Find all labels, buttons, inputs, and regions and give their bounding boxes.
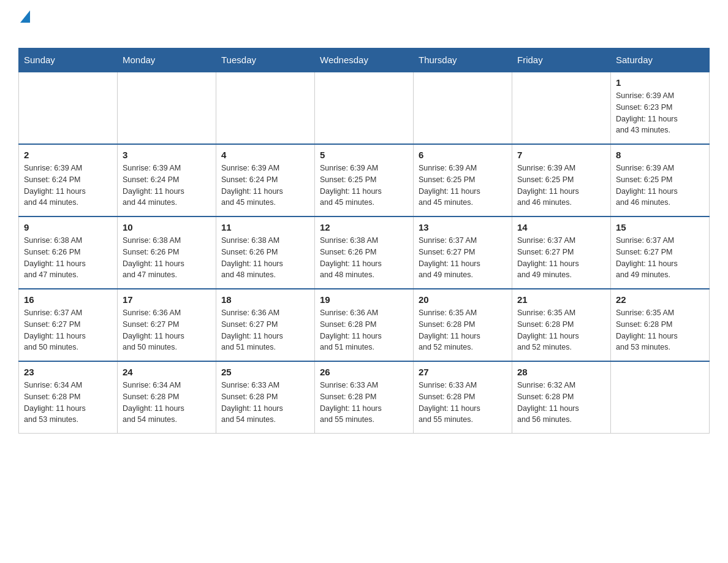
day-info: Sunrise: 6:35 AMSunset: 6:28 PMDaylight:…	[517, 307, 605, 353]
day-number: 5	[320, 150, 408, 160]
day-number: 7	[517, 150, 605, 160]
day-info: Sunrise: 6:37 AMSunset: 6:27 PMDaylight:…	[517, 235, 605, 281]
day-number: 16	[24, 294, 112, 305]
day-number: 2	[24, 150, 112, 160]
calendar-week-row: 9Sunrise: 6:38 AMSunset: 6:26 PMDaylight…	[19, 216, 710, 289]
calendar-day-cell: 6Sunrise: 6:39 AMSunset: 6:25 PMDaylight…	[414, 144, 512, 216]
calendar-day-cell: 10Sunrise: 6:38 AMSunset: 6:26 PMDayligh…	[118, 216, 216, 289]
column-header-monday: Monday	[118, 48, 216, 72]
day-info: Sunrise: 6:38 AMSunset: 6:26 PMDaylight:…	[24, 235, 112, 281]
day-info: Sunrise: 6:39 AMSunset: 6:24 PMDaylight:…	[221, 163, 309, 209]
day-number: 1	[616, 77, 704, 88]
day-number: 19	[320, 294, 408, 305]
calendar-day-cell: 23Sunrise: 6:34 AMSunset: 6:28 PMDayligh…	[19, 361, 118, 434]
day-number: 14	[517, 222, 605, 232]
calendar-day-cell: 20Sunrise: 6:35 AMSunset: 6:28 PMDayligh…	[414, 289, 512, 361]
day-info: Sunrise: 6:34 AMSunset: 6:28 PMDaylight:…	[24, 380, 112, 426]
day-number: 3	[123, 150, 211, 160]
calendar-day-cell: 12Sunrise: 6:38 AMSunset: 6:26 PMDayligh…	[315, 216, 414, 289]
day-info: Sunrise: 6:34 AMSunset: 6:28 PMDaylight:…	[123, 380, 211, 426]
calendar-day-cell: 17Sunrise: 6:36 AMSunset: 6:27 PMDayligh…	[118, 289, 216, 361]
calendar-week-row: 2Sunrise: 6:39 AMSunset: 6:24 PMDaylight…	[19, 144, 710, 216]
day-number: 18	[221, 294, 309, 305]
column-header-wednesday: Wednesday	[315, 48, 414, 72]
day-number: 13	[419, 222, 507, 232]
calendar-day-cell: 7Sunrise: 6:39 AMSunset: 6:25 PMDaylight…	[512, 144, 611, 216]
column-header-sunday: Sunday	[19, 48, 118, 72]
day-number: 4	[221, 150, 309, 160]
calendar-day-cell: 2Sunrise: 6:39 AMSunset: 6:24 PMDaylight…	[19, 144, 118, 216]
day-number: 21	[517, 294, 605, 305]
calendar-day-cell: 22Sunrise: 6:35 AMSunset: 6:28 PMDayligh…	[611, 289, 710, 361]
calendar-week-row: 1Sunrise: 6:39 AMSunset: 6:23 PMDaylight…	[19, 72, 710, 144]
day-number: 12	[320, 222, 408, 232]
calendar-header-row: SundayMondayTuesdayWednesdayThursdayFrid…	[19, 48, 710, 72]
calendar-day-cell: 5Sunrise: 6:39 AMSunset: 6:25 PMDaylight…	[315, 144, 414, 216]
logo	[18, 12, 30, 42]
day-info: Sunrise: 6:35 AMSunset: 6:28 PMDaylight:…	[419, 307, 507, 353]
calendar-day-cell: 4Sunrise: 6:39 AMSunset: 6:24 PMDaylight…	[216, 144, 315, 216]
calendar-day-cell: 15Sunrise: 6:37 AMSunset: 6:27 PMDayligh…	[611, 216, 710, 289]
calendar-day-cell: 16Sunrise: 6:37 AMSunset: 6:27 PMDayligh…	[19, 289, 118, 361]
calendar-day-cell	[19, 72, 118, 144]
day-info: Sunrise: 6:39 AMSunset: 6:25 PMDaylight:…	[517, 163, 605, 209]
day-info: Sunrise: 6:33 AMSunset: 6:28 PMDaylight:…	[320, 380, 408, 426]
day-number: 28	[517, 367, 605, 377]
column-header-tuesday: Tuesday	[216, 48, 315, 72]
day-info: Sunrise: 6:36 AMSunset: 6:27 PMDaylight:…	[123, 307, 211, 353]
calendar-week-row: 16Sunrise: 6:37 AMSunset: 6:27 PMDayligh…	[19, 289, 710, 361]
day-info: Sunrise: 6:38 AMSunset: 6:26 PMDaylight:…	[123, 235, 211, 281]
day-info: Sunrise: 6:38 AMSunset: 6:26 PMDaylight:…	[320, 235, 408, 281]
day-number: 11	[221, 222, 309, 232]
day-info: Sunrise: 6:36 AMSunset: 6:28 PMDaylight:…	[320, 307, 408, 353]
day-number: 20	[419, 294, 507, 305]
day-info: Sunrise: 6:39 AMSunset: 6:24 PMDaylight:…	[24, 163, 112, 209]
day-info: Sunrise: 6:39 AMSunset: 6:25 PMDaylight:…	[320, 163, 408, 209]
calendar-day-cell: 9Sunrise: 6:38 AMSunset: 6:26 PMDaylight…	[19, 216, 118, 289]
day-number: 25	[221, 367, 309, 377]
calendar-day-cell: 25Sunrise: 6:33 AMSunset: 6:28 PMDayligh…	[216, 361, 315, 434]
day-number: 15	[616, 222, 704, 232]
calendar-day-cell: 1Sunrise: 6:39 AMSunset: 6:23 PMDaylight…	[611, 72, 710, 144]
calendar-day-cell	[315, 72, 414, 144]
day-info: Sunrise: 6:33 AMSunset: 6:28 PMDaylight:…	[419, 380, 507, 426]
day-number: 10	[123, 222, 211, 232]
calendar-day-cell: 3Sunrise: 6:39 AMSunset: 6:24 PMDaylight…	[118, 144, 216, 216]
day-info: Sunrise: 6:39 AMSunset: 6:25 PMDaylight:…	[616, 163, 704, 209]
day-info: Sunrise: 6:36 AMSunset: 6:27 PMDaylight:…	[221, 307, 309, 353]
day-number: 22	[616, 294, 704, 305]
day-number: 26	[320, 367, 408, 377]
column-header-saturday: Saturday	[611, 48, 710, 72]
day-info: Sunrise: 6:37 AMSunset: 6:27 PMDaylight:…	[24, 307, 112, 353]
day-number: 9	[24, 222, 112, 232]
day-number: 17	[123, 294, 211, 305]
day-info: Sunrise: 6:39 AMSunset: 6:23 PMDaylight:…	[616, 90, 704, 136]
calendar-week-row: 23Sunrise: 6:34 AMSunset: 6:28 PMDayligh…	[19, 361, 710, 434]
day-info: Sunrise: 6:35 AMSunset: 6:28 PMDaylight:…	[616, 307, 704, 353]
day-info: Sunrise: 6:37 AMSunset: 6:27 PMDaylight:…	[419, 235, 507, 281]
calendar-day-cell: 19Sunrise: 6:36 AMSunset: 6:28 PMDayligh…	[315, 289, 414, 361]
calendar-day-cell: 11Sunrise: 6:38 AMSunset: 6:26 PMDayligh…	[216, 216, 315, 289]
calendar-day-cell	[512, 72, 611, 144]
calendar-day-cell: 28Sunrise: 6:32 AMSunset: 6:28 PMDayligh…	[512, 361, 611, 434]
logo-triangle-icon	[20, 10, 30, 23]
calendar-day-cell: 21Sunrise: 6:35 AMSunset: 6:28 PMDayligh…	[512, 289, 611, 361]
calendar-day-cell: 24Sunrise: 6:34 AMSunset: 6:28 PMDayligh…	[118, 361, 216, 434]
day-number: 6	[419, 150, 507, 160]
day-info: Sunrise: 6:33 AMSunset: 6:28 PMDaylight:…	[221, 380, 309, 426]
day-info: Sunrise: 6:37 AMSunset: 6:27 PMDaylight:…	[616, 235, 704, 281]
day-info: Sunrise: 6:38 AMSunset: 6:26 PMDaylight:…	[221, 235, 309, 281]
day-number: 27	[419, 367, 507, 377]
day-number: 8	[616, 150, 704, 160]
day-number: 24	[123, 367, 211, 377]
calendar-day-cell: 13Sunrise: 6:37 AMSunset: 6:27 PMDayligh…	[414, 216, 512, 289]
calendar-day-cell: 27Sunrise: 6:33 AMSunset: 6:28 PMDayligh…	[414, 361, 512, 434]
calendar-day-cell: 14Sunrise: 6:37 AMSunset: 6:27 PMDayligh…	[512, 216, 611, 289]
calendar-table: SundayMondayTuesdayWednesdayThursdayFrid…	[18, 48, 710, 434]
column-header-thursday: Thursday	[414, 48, 512, 72]
day-number: 23	[24, 367, 112, 377]
page-header	[18, 12, 710, 42]
calendar-day-cell	[611, 361, 710, 434]
calendar-day-cell	[414, 72, 512, 144]
day-info: Sunrise: 6:39 AMSunset: 6:25 PMDaylight:…	[419, 163, 507, 209]
